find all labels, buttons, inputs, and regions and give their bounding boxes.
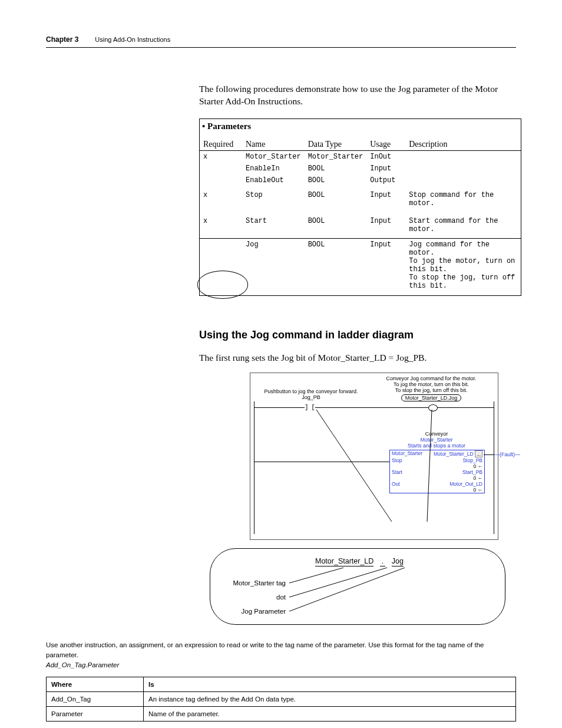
parameters-figure: • Parameters Required Name Data Type Usa… [199, 118, 521, 296]
breakdown-expr: Motor_Starter_LD . Jog [315, 557, 404, 566]
svg-line-3 [289, 568, 387, 597]
lbl-param: Jog Parameter [222, 608, 286, 615]
block-caption: Conveyor Motor_Starter Starts and stops … [395, 431, 478, 449]
col-name: Name [242, 139, 305, 151]
table-row: JogBOOLInputJog command for the motor.To… [200, 238, 521, 292]
lbl-tag: Motor_Starter tag [222, 579, 286, 587]
svg-line-4 [289, 568, 405, 611]
fault-label: (Fault) [500, 452, 515, 457]
chapter-title: Using Add-On Instructions [95, 36, 170, 43]
table-row: xStartBOOLInputStart command for the mot… [200, 212, 521, 239]
table-row: Add_On_Tag An instance tag defined by th… [47, 691, 516, 706]
where-h2: Is [144, 677, 516, 691]
table-row: EnableInBOOLInput [200, 163, 521, 174]
chapter-label: Chapter 3 [46, 35, 78, 44]
note-format: Add_On_Tag.Parameter [46, 661, 119, 668]
col-description: Description [405, 139, 521, 151]
section-heading: Using the Jog command in ladder diagram [199, 329, 516, 341]
expr-tag: Motor_Starter_LD [315, 557, 373, 566]
table-row: xMotor_StarterMotor_StarterInOut [200, 150, 521, 163]
col-datatype: Data Type [305, 139, 367, 151]
coil-icon [428, 404, 438, 411]
table-row: xStopBOOLInputStop command for the motor… [200, 186, 521, 212]
expr-param: Jog [392, 557, 404, 566]
jog-out-caption: Conveyor Jog command for the motor. To j… [375, 375, 487, 401]
out-tag-pill: Motor_Starter_LD.Jog [401, 394, 462, 401]
page-header: Chapter 3 Using Add-On Instructions [46, 35, 516, 48]
ladder-figure: Pushbutton to jog the conveyor forward. … [250, 373, 498, 540]
xio-contact-icon: ] [ [305, 404, 315, 411]
ellipsis-button[interactable]: ... [475, 450, 482, 457]
intro-paragraph: The following procedures demonstrate how… [199, 83, 516, 108]
section-paragraph: The first rung sets the Jog bit of Motor… [199, 352, 516, 364]
col-required: Required [200, 139, 242, 151]
where-h1: Where [47, 677, 144, 691]
svg-line-2 [289, 568, 343, 583]
instruction-block: Motor_StarterMotor_Starter_LD ... StopSt… [389, 450, 485, 493]
lbl-dot: dot [222, 594, 286, 601]
jog-pb-caption: Pushbutton to jog the conveyor forward. … [261, 388, 361, 401]
tag-breakdown-bubble: Motor_Starter_LD . Jog Motor_Starter tag… [210, 548, 505, 625]
col-usage: Usage [366, 139, 405, 151]
format-note: Use another instruction, an assignment, … [46, 640, 516, 671]
table-row: EnableOutBOOLOutput [200, 174, 521, 186]
where-table: Where Is Add_On_Tag An instance tag defi… [46, 677, 516, 722]
table-row: Parameter Name of the parameter. [47, 706, 516, 721]
expr-dot: . [380, 557, 385, 566]
parameters-title: • Parameters [200, 119, 521, 139]
parameters-table: Required Name Data Type Usage Descriptio… [200, 139, 521, 292]
